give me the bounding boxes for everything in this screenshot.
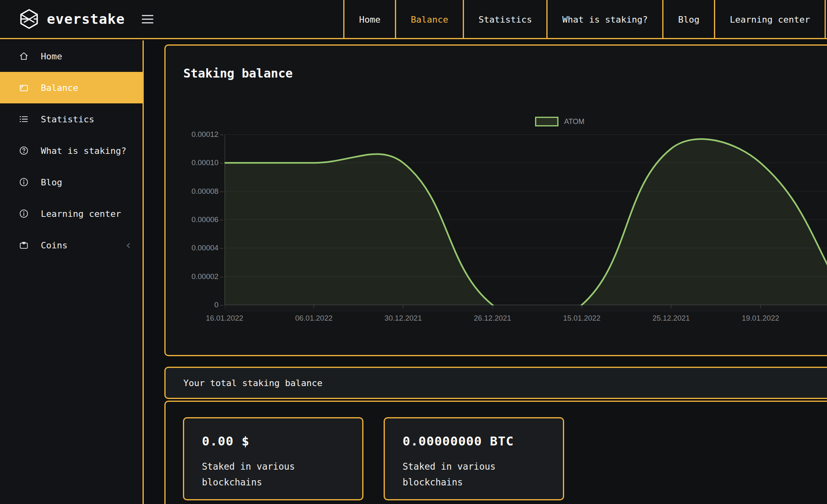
y-tick-label: 0.00002 [166,273,223,281]
total-balance-card-btc: 0.00000000 BTCStaked in various blockcha… [384,417,564,500]
chevron-left-icon: ‹ [125,239,132,251]
balance-caption: Staked in various blockchains [403,459,516,490]
sidebar-item-balance[interactable]: Balance [0,72,143,103]
top-nav: HomeBalanceStatisticsWhat is staking?Blo… [343,0,826,39]
top-nav-balance[interactable]: Balance [395,0,463,39]
y-tick-label: 0.00012 [166,130,223,139]
x-tick-label: 25.12.2021 [653,314,690,323]
staking-balance-panel: Staking balance ATOM 0.000120.000100.000… [164,44,827,356]
sidebar-item-label: Blog [41,177,62,187]
sidebar-item-what-is-staking[interactable]: What is staking? [0,135,143,166]
x-tick-label: 26.12.2021 [474,314,511,323]
sidebar-item-label: What is staking? [41,146,126,156]
top-nav-home[interactable]: Home [343,0,395,39]
info-icon [19,177,29,187]
wallet-icon [19,82,29,93]
sidebar-item-label: Coins [41,240,67,250]
total-balance-card-usd: 0.00 $Staked in various blockchains [183,417,363,500]
y-tick-label: 0 [166,301,223,309]
top-nav-statistics[interactable]: Statistics [463,0,546,39]
list-icon [19,114,29,124]
everstake-hexagon-icon [18,8,40,30]
totals-header-bar: Your total staking balance [164,367,827,399]
sidebar-item-label: Learning center [41,209,121,219]
sidebar-item-coins[interactable]: Coins‹ [0,229,143,261]
x-tick-label: 15.01.2022 [563,314,601,323]
x-tick-label: 19.01.2022 [742,314,779,323]
line-chart-plot [225,122,827,312]
home-icon [19,51,29,61]
y-tick-label: 0.00008 [166,187,223,195]
top-nav-what-is-staking[interactable]: What is staking? [546,0,662,39]
sidebar-item-learning-center[interactable]: Learning center [0,198,143,229]
sidebar-item-label: Balance [41,83,78,93]
brand-logo[interactable]: everstake [18,8,125,30]
info-icon [19,208,29,219]
x-tick-label: 30.12.2021 [384,314,422,323]
sidebar: HomeBalanceStatisticsWhat is staking?Blo… [0,40,144,504]
x-tick-label: 06.01.2022 [295,314,333,323]
totals-body-panel: 0.00 $Staked in various blockchains0.000… [164,401,827,504]
chart-title: Staking balance [183,66,293,80]
y-tick-label: 0.00006 [166,216,223,224]
question-icon [19,145,29,156]
balance-value: 0.00 $ [202,434,344,448]
y-tick-label: 0.00010 [166,159,223,167]
sidebar-item-label: Statistics [41,114,94,124]
top-bar: everstake HomeBalanceStatisticsWhat is s… [0,0,827,39]
brand-name: everstake [47,11,125,27]
hamburger-menu-icon[interactable] [139,13,156,26]
sidebar-item-label: Home [41,51,62,61]
top-nav-blog[interactable]: Blog [662,0,714,39]
top-nav-learning-center[interactable]: Learning center [714,0,826,39]
sidebar-item-home[interactable]: Home [0,40,143,72]
totals-header-label: Your total staking balance [183,378,322,388]
sidebar-item-statistics[interactable]: Statistics [0,103,143,135]
y-tick-label: 0.00004 [166,244,223,252]
briefcase-icon [19,240,29,250]
x-tick-label: 16.01.2022 [206,314,243,323]
balance-caption: Staked in various blockchains [202,459,315,490]
sidebar-item-blog[interactable]: Blog [0,166,143,198]
balance-value: 0.00000000 BTC [403,434,545,448]
